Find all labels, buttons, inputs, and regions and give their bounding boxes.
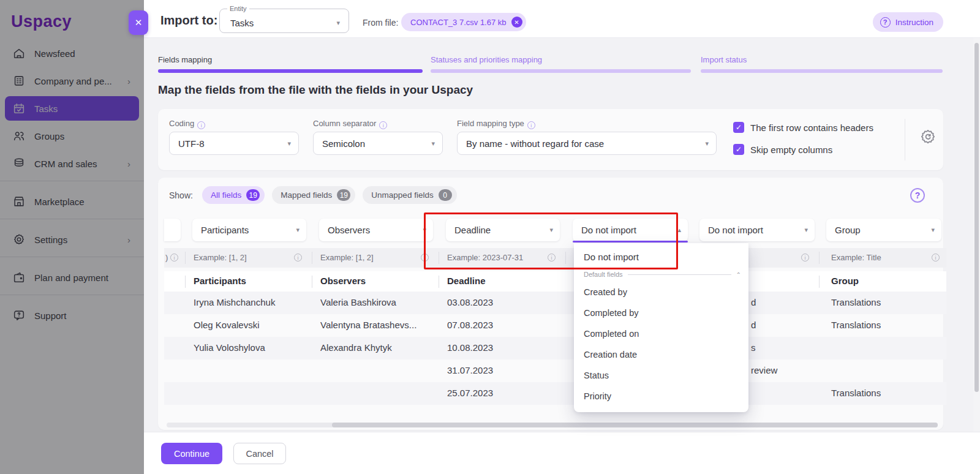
cell-group: Translations bbox=[831, 320, 881, 330]
remove-file-icon[interactable]: ✕ bbox=[511, 17, 522, 28]
divider bbox=[565, 252, 566, 264]
horizontal-scrollbar[interactable] bbox=[167, 423, 938, 427]
field-filter-chips: All fields 19 Mapped fields 19 Unmapped … bbox=[202, 186, 457, 204]
first-row-headers-checkbox[interactable]: ✓ The first row contains headers bbox=[733, 122, 873, 133]
field-select-participants[interactable]: Participants ▾ bbox=[192, 219, 306, 241]
sidebar-item-label: Company and pe... bbox=[34, 76, 127, 86]
step-progress-bar bbox=[701, 69, 943, 73]
divider bbox=[819, 252, 820, 264]
chevron-down-icon: ▾ bbox=[804, 226, 808, 234]
vertical-scrollbar[interactable] bbox=[973, 38, 980, 432]
field-select-group[interactable]: Group ▾ bbox=[826, 219, 941, 241]
field-select-value: Group bbox=[835, 225, 861, 235]
cancel-button[interactable]: Cancel bbox=[233, 443, 286, 464]
sidebar-item[interactable]: Marketplace › bbox=[5, 189, 139, 214]
instruction-button[interactable]: ? Instruction bbox=[873, 12, 943, 32]
dropdown-option[interactable]: Completed by bbox=[574, 303, 748, 323]
dropdown-option-do-not-import[interactable]: Do not import bbox=[574, 246, 748, 267]
gear-icon[interactable] bbox=[920, 129, 936, 145]
field-select-value: Participants bbox=[201, 225, 249, 235]
field-select-cutoff[interactable] bbox=[164, 219, 181, 241]
support-icon bbox=[12, 309, 26, 322]
filter-chip[interactable]: Mapped fields 19 bbox=[272, 186, 355, 204]
sidebar-item[interactable]: Settings › bbox=[5, 227, 139, 252]
continue-button[interactable]: Continue bbox=[161, 443, 222, 464]
field-select-deadline[interactable]: Deadline ▾ bbox=[446, 219, 560, 241]
sidebar-item[interactable]: Groups › bbox=[5, 124, 139, 148]
entity-select[interactable]: Entity Tasks ▾ bbox=[219, 5, 349, 33]
dropdown-option[interactable]: Priority bbox=[574, 386, 748, 407]
dropdown-group-default-fields[interactable]: Default fields ⌃ bbox=[574, 267, 748, 282]
step-fields-mapping[interactable]: Fields mapping bbox=[158, 55, 423, 73]
dropdown-group-label: Default fields bbox=[584, 271, 623, 278]
info-icon[interactable]: i bbox=[197, 121, 205, 129]
info-icon[interactable]: i bbox=[421, 254, 429, 261]
cell-observers: Alexandra Khytyk bbox=[320, 342, 392, 353]
sidebar-item[interactable]: Plan and payment › bbox=[5, 265, 139, 290]
tasks-icon bbox=[12, 102, 26, 115]
plan-icon bbox=[12, 271, 26, 284]
table-body: Iryna Mishchanchuk Valeria Bashkirova 03… bbox=[164, 292, 946, 405]
field-select-value: Deadline bbox=[454, 225, 491, 235]
chevron-down-icon: ▾ bbox=[423, 226, 426, 234]
help-icon[interactable]: ? bbox=[910, 188, 925, 203]
divider bbox=[819, 276, 820, 288]
dropdown-option[interactable]: Completed on bbox=[574, 323, 748, 344]
step-import-status[interactable]: Import status bbox=[701, 55, 943, 73]
checkbox-checked-icon: ✓ bbox=[733, 144, 744, 155]
field-select-observers[interactable]: Observers ▾ bbox=[319, 219, 433, 241]
sidebar-item[interactable]: Company and pe... › bbox=[5, 69, 139, 93]
fields-mapping-card: Show: All fields 19 Mapped fields 19 Unm… bbox=[158, 178, 943, 430]
coding-select-value: UTF-8 bbox=[178, 138, 205, 149]
dropdown-option[interactable]: Status bbox=[574, 365, 748, 386]
info-icon[interactable]: i bbox=[548, 254, 556, 261]
example-row: ) i Example: [1, 2] i Example: [1, 2] i … bbox=[164, 248, 946, 268]
question-circle-icon: ? bbox=[880, 17, 891, 28]
table-row: Iryna Mishchanchuk Valeria Bashkirova 03… bbox=[164, 292, 946, 314]
filter-chip[interactable]: All fields 19 bbox=[202, 186, 265, 204]
skip-empty-columns-checkbox[interactable]: ✓ Skip empty columns bbox=[733, 144, 832, 155]
info-icon[interactable]: i bbox=[170, 254, 178, 261]
step-statuses-mapping[interactable]: Statuses and priorities mapping bbox=[431, 55, 691, 73]
info-icon[interactable]: i bbox=[294, 254, 302, 261]
sidebar-item[interactable]: Newsfeed › bbox=[5, 41, 139, 66]
settings-icon bbox=[12, 233, 26, 246]
sidebar-divider bbox=[0, 181, 144, 181]
info-icon[interactable]: i bbox=[379, 121, 387, 129]
dropdown-option[interactable]: Created by bbox=[574, 282, 748, 303]
field-select-do-not-import-open[interactable]: Do not import ▴ bbox=[573, 219, 688, 241]
divider bbox=[185, 276, 186, 288]
horizontal-scrollbar-thumb[interactable] bbox=[332, 423, 938, 427]
example-participants: Example: [1, 2] bbox=[194, 253, 247, 262]
sidebar-divider bbox=[0, 219, 144, 219]
file-chip-name: CONTACT_3 7.csv 1.67 kb bbox=[410, 18, 507, 27]
sidebar-item[interactable]: Tasks › bbox=[5, 96, 139, 121]
close-sidebar-button[interactable]: ✕ bbox=[129, 10, 148, 35]
field-select-do-not-import[interactable]: Do not import ▾ bbox=[699, 219, 815, 241]
sidebar-divider bbox=[0, 257, 144, 257]
separator-select-value: Semicolon bbox=[322, 138, 365, 149]
checkbox-checked-icon: ✓ bbox=[733, 122, 744, 133]
info-icon[interactable]: i bbox=[932, 254, 940, 261]
uspacy-logo[interactable]: Uspacy bbox=[11, 12, 72, 31]
sidebar-item-label: Marketplace bbox=[34, 197, 139, 207]
sidebar-item[interactable]: CRM and sales › bbox=[5, 151, 139, 176]
info-icon[interactable]: i bbox=[801, 254, 809, 261]
dropdown-option[interactable]: Name bbox=[574, 407, 748, 412]
cell-partial-text: review bbox=[751, 365, 777, 375]
filter-chip[interactable]: Unmapped fields 0 bbox=[363, 186, 456, 204]
separator-select[interactable]: Semicolon ▾ bbox=[313, 132, 443, 155]
example-observers: Example: [1, 2] bbox=[320, 253, 374, 262]
mapping-type-select[interactable]: By name - without regard for case ▾ bbox=[457, 132, 717, 155]
vertical-scrollbar-thumb[interactable] bbox=[974, 43, 979, 392]
cell-observers: Valeria Bashkirova bbox=[320, 297, 396, 307]
table-row: 25.07.2023 Translations bbox=[164, 382, 946, 405]
show-label: Show: bbox=[169, 190, 193, 200]
company-icon bbox=[12, 74, 26, 88]
coding-select[interactable]: UTF-8 ▾ bbox=[169, 132, 299, 155]
dropdown-option[interactable]: Creation date bbox=[574, 344, 748, 365]
info-icon[interactable]: i bbox=[527, 121, 535, 129]
step-progress-bar bbox=[158, 69, 423, 73]
sidebar-item[interactable]: Support › bbox=[5, 303, 139, 328]
column-header-deadline: Deadline bbox=[447, 276, 486, 286]
